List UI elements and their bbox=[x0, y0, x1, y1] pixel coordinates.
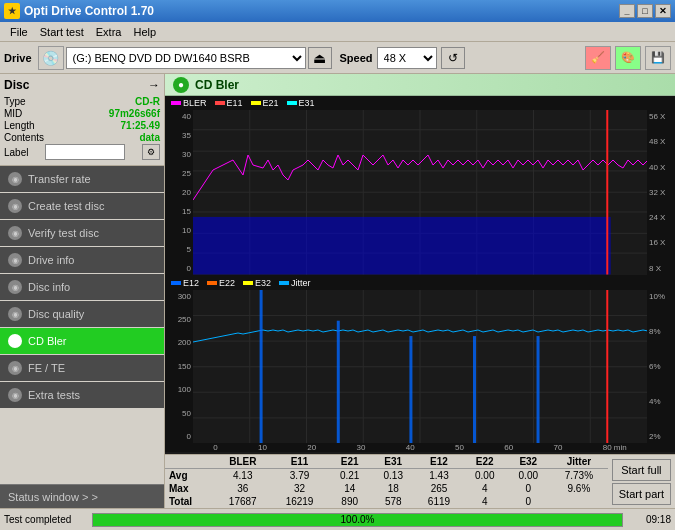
row-max-e11: 32 bbox=[271, 482, 328, 495]
x2-axis-40: 40 bbox=[406, 443, 415, 452]
nav-extra-tests-label: Extra tests bbox=[28, 389, 80, 401]
legend-e32: E32 bbox=[243, 278, 271, 288]
disc-mid-value: 97m26s66f bbox=[109, 108, 160, 119]
nav-extra-tests[interactable]: ◉ Extra tests bbox=[0, 382, 164, 408]
legend-e11: E11 bbox=[215, 98, 243, 108]
start-part-button[interactable]: Start part bbox=[612, 483, 671, 505]
nav-disc-info[interactable]: ◉ Disc info bbox=[0, 274, 164, 300]
nav-drive-info[interactable]: ◉ Drive info bbox=[0, 247, 164, 273]
eject-button[interactable]: ⏏ bbox=[308, 47, 332, 69]
close-button[interactable]: ✕ bbox=[655, 4, 671, 18]
chart-title: CD Bler bbox=[195, 78, 239, 92]
legend-e12-label: E12 bbox=[183, 278, 199, 288]
y-right-48x: 48 X bbox=[649, 137, 673, 146]
disc-length-label: Length bbox=[4, 120, 35, 131]
drive-select[interactable]: (G:) BENQ DVD DD DW1640 BSRB bbox=[66, 47, 306, 69]
progress-bar-container: 100.0% bbox=[92, 513, 623, 527]
status-text: Test completed bbox=[4, 514, 84, 525]
menu-extra[interactable]: Extra bbox=[90, 24, 128, 40]
data-table-section: BLER E11 E21 E31 E12 E22 E32 Jitter Avg bbox=[165, 455, 608, 508]
results-table: BLER E11 E21 E31 E12 E22 E32 Jitter Avg bbox=[165, 455, 608, 508]
legend-e21-label: E21 bbox=[263, 98, 279, 108]
status-window-btn[interactable]: Status window > > bbox=[0, 484, 164, 508]
disc-label-label: Label bbox=[4, 147, 28, 158]
menu-file[interactable]: File bbox=[4, 24, 34, 40]
y2-right-2pct: 2% bbox=[649, 432, 673, 441]
nav-buttons: ◉ Transfer rate ◉ Create test disc ◉ Ver… bbox=[0, 166, 164, 484]
refresh-button[interactable]: ↺ bbox=[441, 47, 465, 69]
cd-bler-icon: ◉ bbox=[8, 334, 22, 348]
y2-right-6pct: 6% bbox=[649, 362, 673, 371]
row-total-e22: 4 bbox=[463, 495, 507, 508]
row-avg-e21: 0.21 bbox=[328, 469, 372, 483]
status-window-label: Status window > > bbox=[8, 491, 98, 503]
y2-axis-100: 100 bbox=[167, 385, 191, 394]
y-axis-25: 25 bbox=[167, 169, 191, 178]
y-axis-30: 30 bbox=[167, 150, 191, 159]
y2-axis-300: 300 bbox=[167, 292, 191, 301]
menu-help[interactable]: Help bbox=[127, 24, 162, 40]
x2-axis-0: 0 bbox=[213, 443, 217, 452]
legend-e31-label: E31 bbox=[299, 98, 315, 108]
progress-text: 100.0% bbox=[93, 514, 622, 526]
table-row-max: Max 36 32 14 18 265 4 0 9.6% bbox=[165, 482, 608, 495]
nav-disc-quality[interactable]: ◉ Disc quality bbox=[0, 301, 164, 327]
y-axis-0: 0 bbox=[167, 264, 191, 273]
window-controls: _ □ ✕ bbox=[619, 4, 671, 18]
cd-icon: ● bbox=[173, 77, 189, 93]
y-right-24x: 24 X bbox=[649, 213, 673, 222]
y2-right-10pct: 10% bbox=[649, 292, 673, 301]
legend-e22-label: E22 bbox=[219, 278, 235, 288]
speed-select[interactable]: 48 X bbox=[377, 47, 437, 69]
transfer-rate-icon: ◉ bbox=[8, 172, 22, 186]
nav-fe-te[interactable]: ◉ FE / TE bbox=[0, 355, 164, 381]
row-total-jitter bbox=[550, 495, 608, 508]
disc-label-settings-btn[interactable]: ⚙ bbox=[142, 144, 160, 160]
content-area: ● CD Bler BLER E11 bbox=[165, 74, 675, 508]
disc-length-value: 71:25.49 bbox=[121, 120, 160, 131]
drive-info-icon: ◉ bbox=[8, 253, 22, 267]
legend-e12: E12 bbox=[171, 278, 199, 288]
nav-transfer-rate[interactable]: ◉ Transfer rate bbox=[0, 166, 164, 192]
time-display: 09:18 bbox=[631, 514, 671, 525]
save-button[interactable]: 💾 bbox=[645, 46, 671, 70]
chart-header: ● CD Bler bbox=[165, 74, 675, 96]
nav-cd-bler[interactable]: ◉ CD Bler bbox=[0, 328, 164, 354]
legend-jitter: Jitter bbox=[279, 278, 311, 288]
status-bar: Test completed 100.0% 09:18 bbox=[0, 508, 675, 530]
sidebar: Disc → Type CD-R MID 97m26s66f Length 71… bbox=[0, 74, 165, 508]
nav-create-test-disc[interactable]: ◉ Create test disc bbox=[0, 193, 164, 219]
e31-color bbox=[287, 101, 297, 105]
y-axis-40: 40 bbox=[167, 112, 191, 121]
maximize-button[interactable]: □ bbox=[637, 4, 653, 18]
menu-start-test[interactable]: Start test bbox=[34, 24, 90, 40]
nav-verify-test-disc[interactable]: ◉ Verify test disc bbox=[0, 220, 164, 246]
y-axis-10: 10 bbox=[167, 226, 191, 235]
disc-info-icon: ◉ bbox=[8, 280, 22, 294]
row-avg-e31: 0.13 bbox=[371, 469, 415, 483]
x2-axis-30: 30 bbox=[356, 443, 365, 452]
app-title: Opti Drive Control 1.70 bbox=[24, 4, 154, 18]
start-full-button[interactable]: Start full bbox=[612, 459, 671, 481]
y2-axis-0: 0 bbox=[167, 432, 191, 441]
legend-bler: BLER bbox=[171, 98, 207, 108]
row-avg-e22: 0.00 bbox=[463, 469, 507, 483]
chart1-svg bbox=[193, 110, 647, 275]
row-total-e12: 6119 bbox=[415, 495, 463, 508]
disc-type-label: Type bbox=[4, 96, 26, 107]
fe-te-icon: ◉ bbox=[8, 361, 22, 375]
disc-collapse-btn[interactable]: → bbox=[148, 78, 160, 92]
nav-create-test-disc-label: Create test disc bbox=[28, 200, 104, 212]
disc-label-input[interactable] bbox=[45, 144, 125, 160]
y2-axis-150: 150 bbox=[167, 362, 191, 371]
eraser-button[interactable]: 🧹 bbox=[585, 46, 611, 70]
color-button[interactable]: 🎨 bbox=[615, 46, 641, 70]
nav-verify-test-disc-label: Verify test disc bbox=[28, 227, 99, 239]
e21-color bbox=[251, 101, 261, 105]
bler-color bbox=[171, 101, 181, 105]
row-total-e32: 0 bbox=[507, 495, 551, 508]
e11-color bbox=[215, 101, 225, 105]
legend-jitter-label: Jitter bbox=[291, 278, 311, 288]
nav-drive-info-label: Drive info bbox=[28, 254, 74, 266]
minimize-button[interactable]: _ bbox=[619, 4, 635, 18]
